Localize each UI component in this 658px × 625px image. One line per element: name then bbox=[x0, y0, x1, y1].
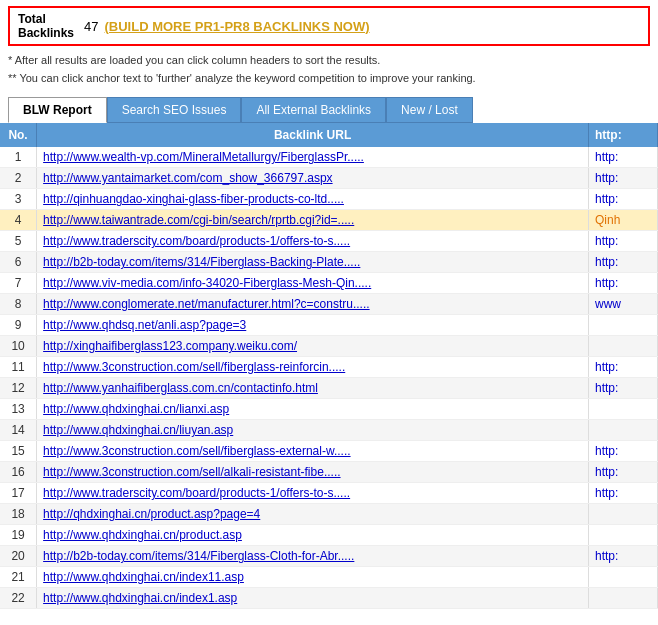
table-row-anchor[interactable]: http: bbox=[589, 231, 658, 252]
table-row-anchor[interactable]: http: bbox=[589, 483, 658, 504]
table-row-url[interactable]: http://www.qhdxinghai.cn/index1.asp bbox=[37, 588, 589, 609]
table-row-url[interactable]: http://www.qhdxinghai.cn/index11.asp bbox=[37, 567, 589, 588]
table-row-url[interactable]: http://www.qhdxinghai.cn/product.asp bbox=[37, 525, 589, 546]
table-row-no: 19 bbox=[0, 525, 37, 546]
table-row-anchor[interactable] bbox=[589, 315, 658, 336]
table-row-anchor[interactable] bbox=[589, 525, 658, 546]
table-row-anchor[interactable]: http: bbox=[589, 357, 658, 378]
tab-search-seo[interactable]: Search SEO Issues bbox=[107, 97, 242, 123]
table-row-url[interactable]: http://www.3construction.com/sell/fiberg… bbox=[37, 357, 589, 378]
tabs-row: BLW Report Search SEO Issues All Externa… bbox=[8, 97, 650, 123]
col-header-backlink-url[interactable]: Backlink URL bbox=[37, 123, 589, 147]
table-row-no: 22 bbox=[0, 588, 37, 609]
note-line-2: ** You can click anchor text to 'further… bbox=[8, 70, 650, 88]
table-row-no: 4 bbox=[0, 210, 37, 231]
table-row-no: 9 bbox=[0, 315, 37, 336]
note-line-1: * After all results are loaded you can c… bbox=[8, 52, 650, 70]
table-row-url[interactable]: http://b2b-today.com/items/314/Fiberglas… bbox=[37, 252, 589, 273]
col-header-anchor[interactable]: http: bbox=[589, 123, 658, 147]
total-backlinks-label: Total Backlinks bbox=[18, 12, 74, 40]
table-row-no: 6 bbox=[0, 252, 37, 273]
table-row-anchor[interactable]: http: bbox=[589, 189, 658, 210]
table-row-url[interactable]: http://b2b-today.com/items/314/Fiberglas… bbox=[37, 546, 589, 567]
table-row-no: 1 bbox=[0, 147, 37, 168]
table-row-anchor[interactable]: http: bbox=[589, 378, 658, 399]
table-row-url[interactable]: http://www.wealth-vp.com/MineralMetallur… bbox=[37, 147, 589, 168]
table-row-no: 21 bbox=[0, 567, 37, 588]
table-row-no: 17 bbox=[0, 483, 37, 504]
table-row-anchor[interactable] bbox=[589, 588, 658, 609]
table-row-no: 15 bbox=[0, 441, 37, 462]
table-row-anchor[interactable] bbox=[589, 504, 658, 525]
build-link[interactable]: (BUILD MORE PR1-PR8 BACKLINKS NOW) bbox=[105, 19, 370, 34]
table-row-url[interactable]: http://www.traderscity.com/board/product… bbox=[37, 231, 589, 252]
table-row-anchor[interactable]: www bbox=[589, 294, 658, 315]
table-row-url[interactable]: http://www.taiwantrade.com/cgi-bin/searc… bbox=[37, 210, 589, 231]
table-row-no: 12 bbox=[0, 378, 37, 399]
table-row-url[interactable]: http://www.qhdxinghai.cn/liuyan.asp bbox=[37, 420, 589, 441]
table-row-anchor[interactable] bbox=[589, 336, 658, 357]
table-row-no: 20 bbox=[0, 546, 37, 567]
table-row-no: 16 bbox=[0, 462, 37, 483]
table-row-no: 8 bbox=[0, 294, 37, 315]
tab-all-external[interactable]: All External Backlinks bbox=[241, 97, 386, 123]
table-container: No. Backlink URL http: 1http://www.wealt… bbox=[0, 123, 658, 609]
table-row-anchor[interactable]: http: bbox=[589, 273, 658, 294]
table-row-no: 10 bbox=[0, 336, 37, 357]
table-row-url[interactable]: http://www.yanhaifiberglass.com.cn/conta… bbox=[37, 378, 589, 399]
table-row-url[interactable]: http://www.3construction.com/sell/alkali… bbox=[37, 462, 589, 483]
table-row-no: 13 bbox=[0, 399, 37, 420]
table-row-anchor[interactable]: http: bbox=[589, 462, 658, 483]
tab-blw-report[interactable]: BLW Report bbox=[8, 97, 107, 123]
table-row-no: 11 bbox=[0, 357, 37, 378]
table-row-url[interactable]: http://www.qhdxinghai.cn/lianxi.asp bbox=[37, 399, 589, 420]
table-row-url[interactable]: http://www.yantaimarket.com/com_show_366… bbox=[37, 168, 589, 189]
table-row-anchor[interactable]: http: bbox=[589, 546, 658, 567]
table-row-anchor[interactable] bbox=[589, 399, 658, 420]
table-row-url[interactable]: http://xinghaifiberglass123.company.weik… bbox=[37, 336, 589, 357]
table-row-anchor[interactable] bbox=[589, 420, 658, 441]
table-row-url[interactable]: http://www.viv-media.com/info-34020-Fibe… bbox=[37, 273, 589, 294]
table-row-anchor[interactable] bbox=[589, 567, 658, 588]
col-header-no[interactable]: No. bbox=[0, 123, 37, 147]
table-row-url[interactable]: http://qinhuangdao-xinghai-glass-fiber-p… bbox=[37, 189, 589, 210]
table-row-no: 3 bbox=[0, 189, 37, 210]
table-row-url[interactable]: http://www.traderscity.com/board/product… bbox=[37, 483, 589, 504]
table-row-anchor[interactable]: http: bbox=[589, 147, 658, 168]
table-row-url[interactable]: http://qhdxinghai.cn/product.asp?page=4 bbox=[37, 504, 589, 525]
total-backlinks-count: 47 bbox=[84, 19, 98, 34]
table-row-no: 7 bbox=[0, 273, 37, 294]
table-row-anchor[interactable]: http: bbox=[589, 252, 658, 273]
table-row-no: 2 bbox=[0, 168, 37, 189]
table-row-anchor[interactable]: Qinh bbox=[589, 210, 658, 231]
notes-section: * After all results are loaded you can c… bbox=[8, 52, 650, 87]
table-row-no: 5 bbox=[0, 231, 37, 252]
table-row-url[interactable]: http://www.3construction.com/sell/fiberg… bbox=[37, 441, 589, 462]
table-row-anchor[interactable]: http: bbox=[589, 168, 658, 189]
table-row-no: 14 bbox=[0, 420, 37, 441]
table-row-url[interactable]: http://www.conglomerate.net/manufacturer… bbox=[37, 294, 589, 315]
table-row-no: 18 bbox=[0, 504, 37, 525]
tab-new-lost[interactable]: New / Lost bbox=[386, 97, 473, 123]
table-row-anchor[interactable]: http: bbox=[589, 441, 658, 462]
total-backlinks-bar: Total Backlinks 47 (BUILD MORE PR1-PR8 B… bbox=[8, 6, 650, 46]
table-row-url[interactable]: http://www.qhdsq.net/anli.asp?page=3 bbox=[37, 315, 589, 336]
